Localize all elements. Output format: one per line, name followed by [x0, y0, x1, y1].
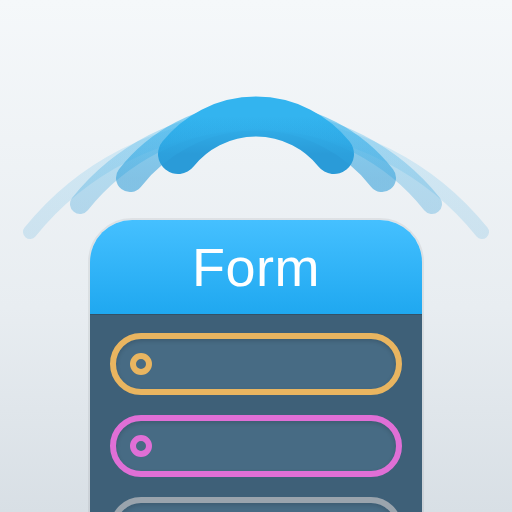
radio-icon [130, 435, 152, 457]
form-field[interactable] [110, 497, 402, 512]
radio-icon [130, 353, 152, 375]
form-field[interactable] [110, 333, 402, 395]
form-header: Form [90, 220, 422, 314]
form-card: Form [88, 218, 424, 512]
form-field[interactable] [110, 415, 402, 477]
form-body [90, 314, 422, 512]
form-title: Form [192, 236, 320, 298]
